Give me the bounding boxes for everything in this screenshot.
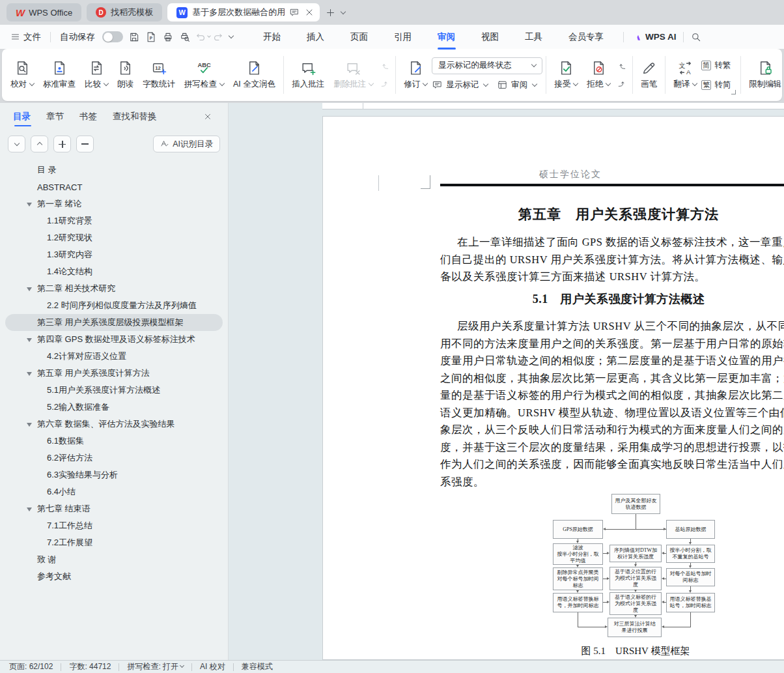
toc-collapse-button[interactable] — [31, 136, 48, 152]
next-comment-button[interactable] — [378, 77, 392, 91]
toc-item[interactable]: 7.2工作展望 — [5, 534, 223, 551]
tab-page[interactable]: 页面 — [337, 26, 381, 48]
collapse-triangle-icon[interactable] — [27, 287, 32, 291]
read-aloud-button[interactable]: 朗读 — [113, 53, 138, 96]
toc-item-selected[interactable]: 第三章 用户关系强度层级投票模型框架 — [5, 314, 223, 331]
restrict-editing-button[interactable]: 限制编辑 — [744, 53, 782, 96]
print-button[interactable] — [160, 29, 176, 45]
toc-item[interactable]: 第一章 绪论 — [5, 195, 223, 212]
markup-state-select[interactable]: 显示标记的最终状态 — [432, 57, 542, 74]
sidebar-tab-chapters[interactable]: 章节 — [46, 111, 64, 126]
ai-polish-button[interactable]: AI 全文润色 — [229, 53, 280, 96]
toc-item[interactable]: 第二章 相关技术研究 — [5, 280, 223, 297]
tab-review[interactable]: 审阅 — [425, 26, 468, 48]
accept-button[interactable]: 接受 — [550, 53, 582, 96]
toc-item[interactable]: ABSTRACT — [5, 179, 223, 195]
tab-home[interactable]: 开始 — [250, 26, 294, 48]
toc-item[interactable]: 第四章 GPS 数据处理及语义标签标注技术 — [5, 331, 223, 348]
word-count-indicator[interactable]: 字数: 44712 — [69, 661, 111, 672]
search-icon[interactable] — [690, 31, 702, 43]
close-tab-icon[interactable] — [304, 7, 315, 18]
print-preview-button[interactable] — [176, 29, 193, 45]
proofread-button[interactable]: 校对 — [6, 53, 38, 96]
comment-bubble-icon[interactable] — [289, 7, 300, 18]
delete-comment-button[interactable]: 删除批注 — [329, 53, 378, 96]
tab-docer-templates[interactable]: D 找稻壳模板 — [87, 3, 162, 21]
toc-item[interactable]: 5.2输入数据准备 — [5, 399, 223, 416]
toc-item[interactable]: 目 录 — [5, 162, 223, 179]
sidebar-tab-contents[interactable]: 目录 — [13, 111, 31, 126]
toc-item[interactable]: 5.1用户关系强度计算方法概述 — [5, 382, 223, 399]
toc-item[interactable]: 1.3研究内容 — [5, 246, 223, 263]
tab-document-active[interactable]: W 基于多层次数据融合的用户关 — [167, 3, 320, 21]
toc-expand-button[interactable] — [8, 136, 25, 152]
page-indicator[interactable]: 页面: 62/102 — [9, 661, 53, 672]
toc-item[interactable]: 1.4论文结构 — [5, 263, 223, 280]
autosave-toggle[interactable] — [102, 31, 123, 42]
ai-proofread-button[interactable]: AI 校对 — [200, 661, 225, 672]
toc-zoom-in-button[interactable] — [53, 136, 71, 152]
collapse-triangle-icon[interactable] — [27, 508, 32, 511]
file-menu[interactable]: 文件 — [8, 31, 44, 43]
toc-item[interactable]: 第五章 用户关系强度计算方法 — [5, 365, 223, 382]
toc-item[interactable]: 致 谢 — [5, 551, 223, 568]
toc-item[interactable]: 6.4小结 — [5, 483, 223, 500]
tab-tools[interactable]: 工具 — [512, 26, 555, 48]
track-changes-button[interactable]: 修订 — [399, 53, 432, 96]
tab-reference[interactable]: 引用 — [381, 26, 425, 48]
redo-button[interactable] — [210, 29, 227, 45]
toc-item[interactable]: 6.3实验结果与分析 — [5, 466, 223, 483]
toc-item[interactable]: 2.2 时间序列相似度度量方法及序列熵值 — [5, 297, 223, 314]
toc-item[interactable]: 1.1研究背景 — [5, 212, 223, 229]
tab-wps-office[interactable]: W WPS Office — [7, 3, 81, 21]
quickbar-more-chevron-icon[interactable] — [229, 33, 234, 38]
compare-button[interactable]: 比较 — [80, 53, 113, 96]
collapse-triangle-icon[interactable] — [27, 338, 32, 342]
tab-insert[interactable]: 插入 — [294, 26, 337, 48]
group-expand-icon[interactable] — [731, 90, 736, 94]
collapse-triangle-icon[interactable] — [27, 203, 32, 207]
body-line: 语义更加精确。URSHV 模型从轨迹、物理位置以及语义位置等三个由低到 — [440, 405, 784, 422]
undo-button[interactable] — [193, 29, 210, 45]
ai-recognize-toc-button[interactable]: AI识别目录 — [153, 136, 220, 152]
collapse-triangle-icon[interactable] — [27, 372, 32, 376]
sidebar-tab-find-replace[interactable]: 查找和替换 — [113, 111, 157, 126]
review-pane-button[interactable]: 审阅 — [497, 77, 537, 93]
spellcheck-indicator[interactable]: 拼写检查: 打开 — [127, 661, 184, 672]
toc-item[interactable]: 6.1数据集 — [5, 433, 223, 450]
tab-membership[interactable]: 会员专享 — [555, 26, 617, 48]
collapse-triangle-icon[interactable] — [27, 423, 32, 427]
show-markup-button[interactable]: 显示标记 — [432, 77, 488, 93]
toc-item[interactable]: 参考文献 — [5, 568, 223, 585]
wps-ai-button[interactable]: WPS AI — [630, 31, 677, 42]
ink-pen-button[interactable]: 画笔 — [636, 53, 662, 96]
spell-check-button[interactable]: 拼写检查 — [180, 53, 229, 96]
document-page[interactable]: 硕士学位论文 第五章 用户关系强度计算方法 在上一章详细描述了面向 GPS 数据… — [322, 116, 784, 660]
traditional-to-simplified-button[interactable]: 繁 转简 — [701, 77, 731, 93]
word-count-button[interactable]: 字数统计 — [138, 53, 180, 96]
toc-item[interactable]: 6.2评估方法 — [5, 450, 223, 466]
standard-review-button[interactable]: 标准审查 — [38, 53, 80, 96]
toc-item[interactable]: 第七章 结束语 — [5, 500, 223, 517]
toc-item[interactable]: 第六章 数据集、评估方法及实验结果 — [5, 416, 223, 433]
toc-zoom-out-button[interactable] — [76, 136, 94, 152]
tab-list-chevron-icon[interactable] — [341, 8, 346, 14]
previous-change-button[interactable] — [615, 59, 629, 74]
next-change-button[interactable] — [615, 77, 629, 91]
reject-button[interactable]: 拒绝 — [582, 53, 615, 96]
document-canvas: 硕士学位论文 第五章 用户关系强度计算方法 在上一章详细描述了面向 GPS 数据… — [229, 103, 784, 660]
toc-item[interactable]: 1.2研究现状 — [5, 229, 223, 246]
new-tab-plus-icon[interactable] — [325, 7, 336, 18]
tab-view[interactable]: 视图 — [468, 26, 512, 48]
sidebar-close-icon[interactable] — [203, 112, 216, 125]
insert-comment-button[interactable]: 插入批注 — [287, 53, 329, 96]
translate-button[interactable]: 翻译 — [669, 53, 701, 96]
sidebar-tab-bookmarks[interactable]: 书签 — [79, 111, 97, 126]
previous-comment-button[interactable] — [378, 59, 392, 74]
save-button[interactable] — [126, 29, 143, 45]
simplified-to-traditional-button[interactable]: 简 转繁 — [701, 57, 731, 74]
export-pdf-button[interactable] — [143, 29, 160, 45]
toc-item[interactable]: 7.1工作总结 — [5, 517, 223, 534]
read-aloud-icon — [117, 60, 133, 76]
toc-item[interactable]: 4.2计算对应语义位置 — [5, 348, 223, 365]
